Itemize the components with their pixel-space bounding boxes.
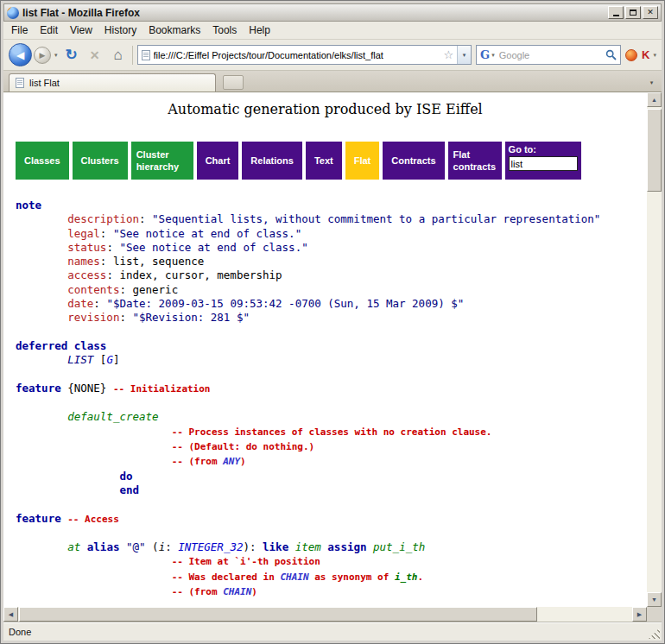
history-dropdown[interactable]: ▾ <box>54 52 58 59</box>
vertical-scrollbar[interactable]: ▲ ▼ <box>647 92 662 607</box>
tab-label: list Flat <box>29 78 60 88</box>
stop-button[interactable]: ✕ <box>86 49 104 61</box>
search-engine-dropdown[interactable]: ▾ <box>491 52 495 59</box>
addon-dropdown[interactable]: ▾ <box>653 52 656 59</box>
google-icon: G <box>480 49 490 60</box>
code-line <box>16 396 647 410</box>
code-line: LIST [G] <box>16 353 647 367</box>
goto-box: Go to: <box>505 142 581 180</box>
minimize-button[interactable] <box>608 6 624 19</box>
tab-bar: list Flat ▾ <box>3 71 662 92</box>
url-dropdown-button[interactable]: ▾ <box>457 46 471 64</box>
scroll-down-button[interactable]: ▼ <box>647 592 662 607</box>
nav-button-contracts[interactable]: Contracts <box>383 142 444 180</box>
status-text: Done <box>9 627 31 637</box>
nav-button-cluster-hierarchy[interactable]: Cluster hierarchy <box>131 142 193 180</box>
code-line: names: list, sequence <box>16 255 647 268</box>
home-button[interactable]: ⌂ <box>109 47 128 62</box>
search-input[interactable] <box>497 49 603 61</box>
maximize-button[interactable] <box>625 6 641 19</box>
addon-k-icon[interactable]: K <box>642 49 649 60</box>
tab-favicon <box>16 78 24 88</box>
code-line: -- (from CHAIN) <box>16 584 647 599</box>
code-line: status: "See notice at end of class." <box>16 241 647 255</box>
code-line: -- Process instances of classes with no … <box>16 425 647 439</box>
code-line: end <box>16 483 647 497</box>
code-line: description: "Sequential lists, without … <box>16 212 647 226</box>
code-line: -- (Default: do nothing.) <box>16 439 647 454</box>
search-box: G ▾ <box>476 45 621 65</box>
search-magnifier-icon[interactable] <box>605 49 617 60</box>
menu-help[interactable]: Help <box>243 22 276 38</box>
code-line <box>16 497 647 511</box>
nav-button-relations[interactable]: Relations <box>242 142 302 180</box>
code-line: feature {NONE} -- Initialization <box>16 382 647 396</box>
back-icon: ◀ <box>16 49 24 61</box>
title-bar: list Flat - Mozilla Firefox ✕ <box>3 3 662 22</box>
menu-file[interactable]: File <box>5 22 34 38</box>
document-page: Automatic generation produced by ISE Eif… <box>3 92 647 607</box>
bookmark-star-icon[interactable]: ☆ <box>443 49 453 60</box>
code-line: contents: generic <box>16 283 647 297</box>
forward-button[interactable]: ▶ <box>34 47 51 64</box>
menu-tools[interactable]: Tools <box>206 22 243 38</box>
code-listing: note description: "Sequential lists, wit… <box>3 199 647 599</box>
nav-button-flat-contracts[interactable]: Flat contracts <box>448 142 502 180</box>
window-controls: ✕ <box>606 6 658 19</box>
reload-icon: ↻ <box>65 47 77 63</box>
menu-bookmarks[interactable]: Bookmarks <box>142 22 206 38</box>
goto-label: Go to: <box>509 144 578 155</box>
code-line <box>16 325 647 339</box>
resize-grip-icon[interactable] <box>649 628 660 639</box>
goto-input[interactable] <box>509 156 578 171</box>
code-line: deferred class <box>16 339 647 353</box>
code-line <box>16 527 647 540</box>
close-button[interactable]: ✕ <box>643 6 658 19</box>
code-line <box>16 368 647 382</box>
menu-edit[interactable]: Edit <box>34 22 64 38</box>
horizontal-scroll-thumb[interactable] <box>19 607 537 622</box>
nav-button-clusters[interactable]: Clusters <box>73 142 128 180</box>
chevron-down-icon: ▾ <box>650 79 654 86</box>
forward-icon: ▶ <box>40 51 46 60</box>
url-bar: ☆ ▾ <box>137 45 472 65</box>
addon-orange-icon[interactable] <box>625 49 637 61</box>
maximize-icon <box>630 9 636 16</box>
minimize-icon <box>613 15 619 16</box>
list-all-tabs-button[interactable]: ▾ <box>644 75 659 90</box>
scroll-up-button[interactable]: ▲ <box>647 92 662 107</box>
arrow-left-icon: ◀ <box>9 611 13 617</box>
stop-icon: ✕ <box>90 48 100 62</box>
tab-list-flat[interactable]: list Flat <box>9 73 216 92</box>
code-line: -- Was declared in CHAIN as synonym of i… <box>16 570 647 584</box>
nav-button-flat[interactable]: Flat <box>345 142 380 180</box>
scroll-left-button[interactable]: ◀ <box>3 607 18 622</box>
firefox-window: list Flat - Mozilla Firefox ✕ FileEditVi… <box>0 0 665 644</box>
code-line: at alias "@" (i: INTEGER_32): like item … <box>16 540 647 554</box>
nav-button-chart[interactable]: Chart <box>197 142 239 180</box>
menu-bar: FileEditViewHistoryBookmarksToolsHelp <box>3 22 662 40</box>
back-button[interactable]: ◀ <box>9 43 32 66</box>
scroll-right-button[interactable]: ▶ <box>632 607 647 622</box>
chevron-down-icon: ▾ <box>463 52 466 59</box>
code-line: do <box>16 470 647 483</box>
code-line: legal: "See notice at end of class." <box>16 227 647 241</box>
vertical-scroll-thumb[interactable] <box>647 109 662 192</box>
code-line: -- Item at `i'-th position <box>16 554 647 569</box>
nav-button-classes[interactable]: Classes <box>16 142 69 180</box>
code-line: revision: "$Revision: 281 $" <box>16 311 647 325</box>
url-input[interactable] <box>154 50 440 60</box>
arrow-up-icon: ▲ <box>651 97 657 103</box>
code-line: default_create <box>16 410 647 424</box>
toolbar-separator <box>132 46 133 65</box>
doc-nav-buttons: ClassesClustersCluster hierarchyChartRel… <box>16 142 647 180</box>
reload-button[interactable]: ↻ <box>62 47 81 62</box>
nav-button-text[interactable]: Text <box>306 142 342 180</box>
status-bar: Done <box>3 622 662 641</box>
menu-history[interactable]: History <box>98 22 142 38</box>
firefox-icon <box>7 7 19 19</box>
menu-view[interactable]: View <box>64 22 98 38</box>
window-title: list Flat - Mozilla Firefox <box>22 7 603 19</box>
horizontal-scrollbar[interactable]: ◀ ▶ <box>3 607 647 622</box>
tab-strip-stub-button[interactable] <box>223 75 244 90</box>
